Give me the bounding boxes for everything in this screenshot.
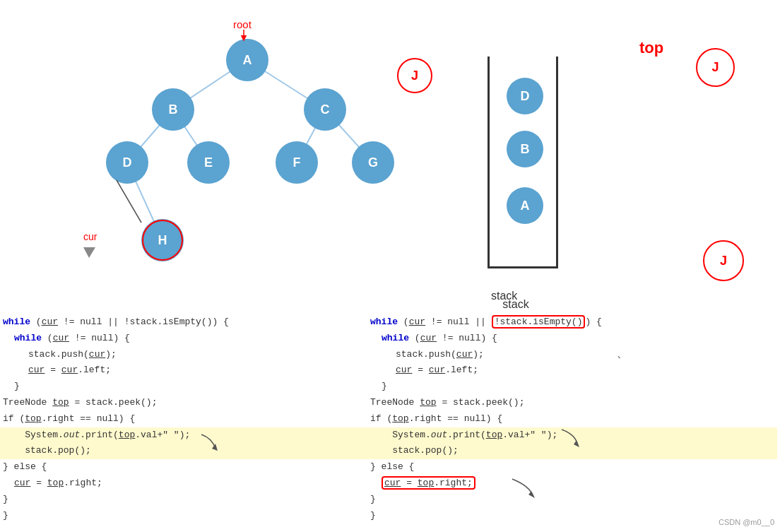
code-right-line-5: } [367, 379, 777, 395]
j-circle-top-right: J [696, 48, 735, 87]
svg-marker-31 [528, 491, 535, 498]
code-left: while (cur != null || !stack.isEmpty()) … [0, 314, 367, 524]
svg-marker-30 [574, 440, 579, 447]
peek-arrow [198, 431, 219, 452]
svg-text:F: F [293, 155, 301, 170]
code-left-line-2: while (cur != null) { [0, 331, 367, 347]
svg-text:root: root [233, 18, 252, 30]
watermark: CSDN @m0__0 [719, 518, 774, 526]
svg-text:A: A [243, 53, 252, 67]
svg-text:cur: cur [83, 231, 98, 242]
stack-node-b: B [507, 131, 543, 167]
code-left-line-12: } [0, 492, 367, 508]
code-left-line-8: System.out.print(top.val+" "); [0, 427, 367, 444]
code-right-line-1: while (cur != null || !stack.isEmpty()) … [367, 314, 777, 331]
backtick-annot: ˋ [613, 355, 627, 369]
svg-text:H: H [158, 233, 167, 247]
code-right: while (cur != null || !stack.isEmpty()) … [367, 314, 777, 524]
svg-text:D: D [123, 155, 132, 170]
code-right-line-10: } else { [367, 459, 777, 475]
code-left-line-7: if (top.right == null) { [0, 411, 367, 427]
code-right-line-11: cur = top.right; [367, 475, 777, 492]
peek-arrow-right [558, 426, 583, 451]
stack-area: D B A stack [459, 42, 572, 290]
svg-marker-28 [83, 247, 95, 258]
cur-right-arrow [509, 475, 537, 500]
svg-text:B: B [169, 102, 178, 117]
code-right-line-3: stack.push(cur); [367, 347, 777, 363]
svg-text:E: E [204, 155, 213, 170]
stack-bottom-label: stack [491, 290, 517, 302]
code-left-line-3: stack.push(cur); [0, 347, 367, 363]
tree-diagram: A B C D E F G H root cur [42, 7, 410, 304]
svg-text:C: C [321, 102, 330, 117]
code-right-line-13: } [367, 508, 777, 524]
stack-box: D B A [488, 57, 558, 268]
code-right-line-12: } [367, 492, 777, 508]
code-left-line-4: cur = cur.left; [0, 362, 367, 379]
code-left-line-11: cur = top.right; [0, 475, 367, 492]
svg-text:ˋ: ˋ [617, 355, 622, 367]
code-left-line-5: } [0, 379, 367, 395]
code-left-line-9: stack.pop(); [0, 443, 367, 459]
code-right-line-7: if (top.right == null) { [367, 411, 777, 427]
code-left-line-1: while (cur != null || !stack.isEmpty()) … [0, 314, 367, 331]
code-left-line-6: TreeNode top = stack.peek(); [0, 395, 367, 411]
stack-node-d: D [507, 78, 543, 114]
code-left-line-13: } [0, 508, 367, 524]
j-circle-bottom-right: J [703, 240, 744, 281]
svg-text:G: G [368, 155, 378, 170]
code-right-line-6: TreeNode top = stack.peek(); [367, 395, 777, 411]
top-label: top [639, 39, 663, 57]
stack-node-a: A [507, 187, 543, 224]
code-right-line-2: while (cur != null) { [367, 331, 777, 347]
code-right-line-4: cur = cur.left; [367, 362, 777, 379]
j-circle-left-stack: J [397, 58, 432, 93]
code-left-line-10: } else { [0, 459, 367, 475]
svg-marker-29 [212, 444, 218, 451]
